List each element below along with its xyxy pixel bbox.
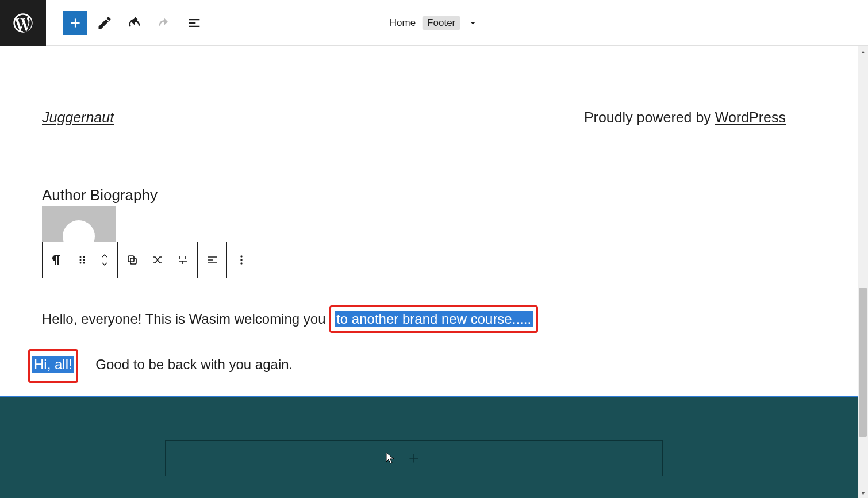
list-view-button[interactable]: [182, 10, 207, 36]
footer-row: Juggernaut Proudly powered by WordPress: [42, 109, 786, 126]
move-down-icon[interactable]: [100, 260, 109, 268]
block-type-button[interactable]: [49, 252, 64, 267]
split-icon: [176, 253, 190, 267]
editor-topbar: Home Footer: [0, 0, 868, 46]
toolbar-button-2[interactable]: [150, 252, 165, 267]
svg-point-1: [83, 256, 85, 258]
undo-icon: [126, 15, 143, 31]
svg-point-0: [80, 256, 82, 258]
scroll-up-button[interactable]: ▴: [858, 46, 868, 56]
annotation-box-2: Hi, all!: [28, 349, 78, 384]
author-biography-heading[interactable]: Author Biography: [42, 186, 786, 204]
group-block-teal[interactable]: [0, 396, 868, 498]
editor-canvas[interactable]: Juggernaut Proudly powered by WordPress …: [0, 46, 868, 498]
breadcrumb-template-part: Footer: [423, 16, 460, 30]
paragraph-block-1[interactable]: Hello, everyone! This is Wasim welcoming…: [42, 305, 786, 333]
document-breadcrumb[interactable]: Home Footer: [390, 16, 479, 30]
redo-button[interactable]: [152, 10, 177, 36]
move-up-icon[interactable]: [100, 252, 109, 260]
wordpress-logo[interactable]: [0, 0, 46, 46]
list-view-icon: [186, 15, 202, 31]
vertical-scrollbar[interactable]: ▴ ▾: [858, 46, 868, 498]
toolbar-left: [46, 10, 207, 36]
selected-text-1: to another brand new course.....: [335, 311, 533, 327]
edit-tool-button[interactable]: [92, 10, 117, 36]
pencil-icon: [97, 15, 113, 31]
powered-by-text: Proudly powered by WordPress: [584, 109, 786, 126]
align-left-icon: [205, 253, 219, 267]
block-toolbar: [42, 242, 256, 278]
breadcrumb-home: Home: [390, 17, 416, 29]
more-options-button[interactable]: [234, 252, 249, 267]
wordpress-link[interactable]: WordPress: [715, 109, 786, 125]
toolbar-button-1[interactable]: [125, 252, 140, 267]
drag-handle[interactable]: [75, 252, 90, 267]
paragraph-block-2[interactable]: Hi, all! Good to be back with you again.: [42, 349, 786, 384]
align-button[interactable]: [205, 252, 220, 267]
add-block-button[interactable]: [63, 11, 87, 35]
copy-icon: [125, 253, 139, 267]
toolbar-button-3[interactable]: [175, 252, 190, 267]
drag-icon: [75, 253, 89, 267]
move-buttons: [100, 252, 110, 268]
scroll-down-button[interactable]: ▾: [858, 488, 868, 498]
svg-point-3: [83, 259, 85, 261]
svg-point-4: [80, 262, 82, 264]
svg-point-2: [80, 259, 82, 261]
plus-icon: [406, 451, 421, 466]
svg-point-8: [240, 255, 242, 257]
more-vertical-icon: [235, 253, 248, 267]
paragraph-text-plain-2: Good to be back with you again.: [92, 357, 293, 372]
shuffle-icon: [151, 253, 164, 267]
site-title-link[interactable]: Juggernaut: [42, 109, 114, 126]
add-block-appender[interactable]: [165, 440, 663, 476]
svg-point-9: [240, 259, 242, 261]
paragraph-text-plain: Hello, everyone! This is Wasim welcoming…: [42, 311, 329, 327]
footer-template-content: Juggernaut Proudly powered by WordPress …: [0, 46, 828, 383]
svg-point-5: [83, 262, 85, 264]
plus-icon: [68, 16, 83, 30]
chevron-down-icon: [467, 17, 478, 29]
selected-text-2: Hi, all!: [32, 356, 74, 373]
undo-button[interactable]: [122, 10, 147, 36]
scroll-thumb[interactable]: [859, 288, 867, 437]
redo-icon: [156, 15, 172, 31]
paragraph-icon: [50, 253, 64, 267]
svg-point-10: [240, 262, 242, 264]
wordpress-icon: [11, 12, 34, 35]
annotation-box-1: to another brand new course.....: [329, 305, 538, 333]
